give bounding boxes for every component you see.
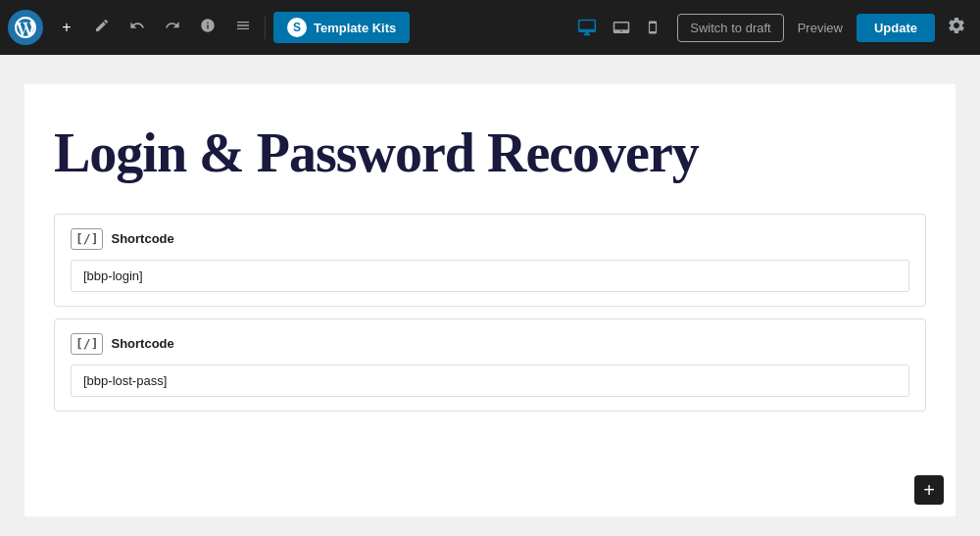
shortcode-icon-2: [/] — [71, 333, 103, 355]
page-title: Login & Password Recovery — [54, 123, 926, 184]
shortcode-label-1: Shortcode — [111, 231, 173, 246]
update-button[interactable]: Update — [857, 14, 935, 42]
shortcode-header-2: [/] Shortcode — [71, 333, 909, 355]
switch-to-draft-button[interactable]: Switch to draft — [677, 14, 783, 42]
shortcode-icon-1: [/] — [71, 228, 103, 250]
shortcode-block-2: [/] Shortcode — [54, 318, 926, 412]
redo-button[interactable] — [157, 12, 188, 43]
shortcode-block-1: [/] Shortcode — [54, 214, 926, 307]
undo-button[interactable] — [122, 12, 153, 43]
info-icon — [200, 18, 216, 37]
wp-logo[interactable] — [8, 10, 43, 45]
pencil-icon — [94, 18, 110, 37]
shortcode-header-1: [/] Shortcode — [71, 228, 909, 250]
add-block-button[interactable]: + — [51, 12, 82, 43]
list-view-button[interactable] — [227, 12, 259, 43]
preview-label: Preview — [798, 21, 843, 35]
toolbar-right: Switch to draft Preview Update — [677, 12, 972, 44]
list-icon — [235, 18, 251, 37]
info-button[interactable] — [192, 12, 223, 43]
editor-canvas: Login & Password Recovery [/] Shortcode … — [24, 84, 956, 516]
shortcode-input-2[interactable] — [71, 365, 909, 397]
shortcode-label-2: Shortcode — [111, 336, 173, 351]
plus-bottom-icon: + — [923, 480, 935, 500]
add-block-bottom-button[interactable]: + — [914, 475, 944, 505]
plus-icon: + — [62, 19, 71, 36]
edit-button[interactable] — [86, 12, 118, 43]
device-icons — [571, 14, 665, 41]
undo-icon — [129, 18, 145, 37]
template-kits-icon: S — [287, 18, 307, 37]
update-label: Update — [874, 21, 917, 35]
shortcode-input-1[interactable] — [71, 260, 909, 292]
toolbar: + S Template Kits — [0, 0, 980, 55]
switch-draft-label: Switch to draft — [690, 21, 770, 35]
redo-icon — [165, 18, 180, 37]
mobile-view-button[interactable] — [640, 14, 665, 41]
template-kits-button[interactable]: S Template Kits — [273, 12, 410, 43]
preview-button[interactable]: Preview — [790, 15, 851, 41]
settings-button[interactable] — [941, 12, 972, 44]
template-kits-label: Template Kits — [314, 21, 396, 35]
desktop-view-button[interactable] — [571, 14, 603, 41]
tablet-view-button[interactable] — [607, 14, 636, 41]
content-area: Login & Password Recovery [/] Shortcode … — [0, 55, 980, 536]
toolbar-divider — [265, 16, 266, 39]
